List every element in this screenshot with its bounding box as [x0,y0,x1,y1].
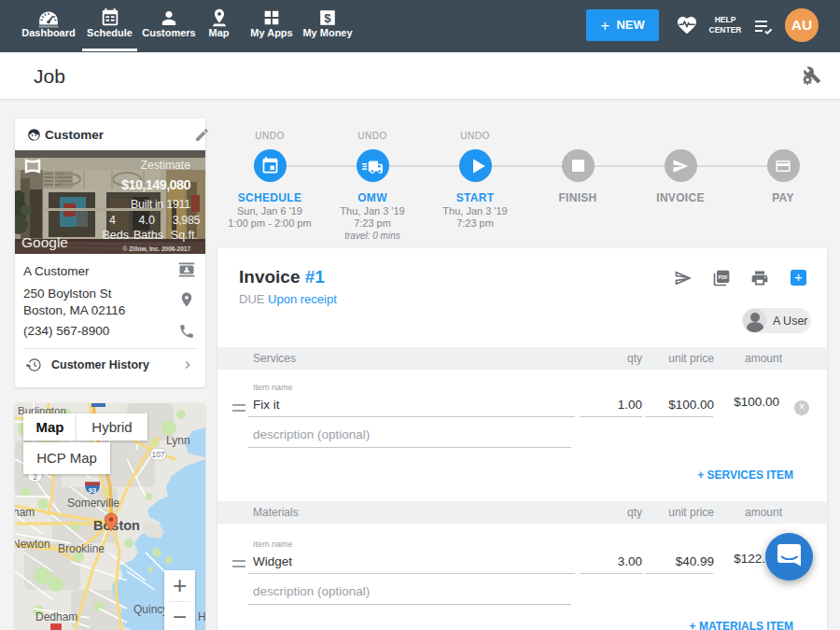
svg-text:Newton: Newton [15,538,50,551]
svg-text:$: $ [324,11,331,25]
svg-text:Somerville: Somerville [67,497,119,510]
svg-text:Brookline: Brookline [58,542,105,555]
svg-text:$10,149,080: $10,149,080 [121,177,191,192]
svg-text:Google: Google [21,234,68,250]
svg-text:Hi: Hi [198,610,205,623]
svg-text:Zestimate: Zestimate [140,159,190,172]
svg-text:4.0: 4.0 [139,214,155,227]
svg-text:Sq.ft.: Sq.ft. [171,229,198,242]
svg-text:© Zillow, Inc. 2006-2017: © Zillow, Inc. 2006-2017 [123,245,191,253]
svg-text:Lynn: Lynn [166,434,190,447]
svg-text:Beds: Beds [103,229,130,242]
svg-text:93: 93 [89,486,96,495]
svg-text:ham: ham [15,506,35,519]
svg-text:107: 107 [151,450,164,459]
svg-text:Baths: Baths [133,229,163,242]
svg-text:Dedham: Dedham [35,610,77,623]
svg-text:4: 4 [109,214,116,227]
svg-text:3,985: 3,985 [173,214,201,227]
svg-text:Built in 1911: Built in 1911 [131,198,190,211]
svg-text:Quincy: Quincy [133,603,168,616]
svg-text:PDF: PDF [718,274,728,280]
